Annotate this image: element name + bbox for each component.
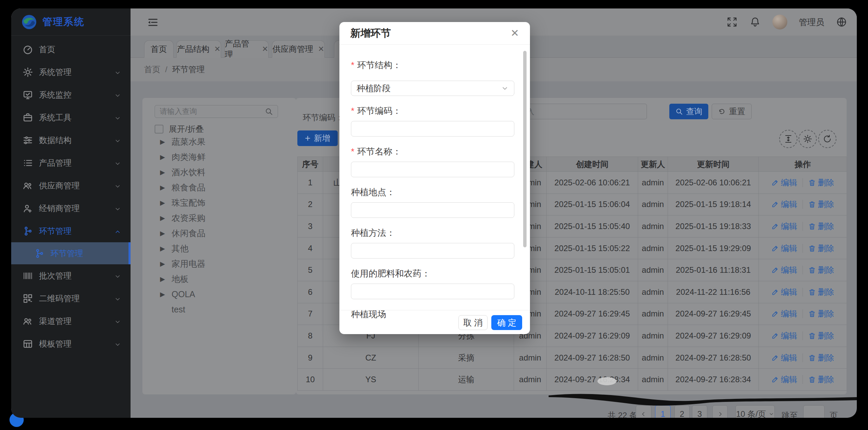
caret-right-icon[interactable]: ▶ [160,290,172,298]
caret-right-icon[interactable]: ▶ [160,153,172,161]
tree-item[interactable]: ▶珠宝配饰 [142,195,296,210]
sidebar-item-qrcode-mgmt[interactable]: 二维码管理 [11,287,131,310]
caret-right-icon[interactable]: ▶ [160,229,172,237]
gear-icon [803,134,812,144]
close-icon[interactable]: ✕ [318,45,324,53]
delete-link[interactable]: 删除 [808,265,834,275]
sidebar-item-data-structure[interactable]: 数据结构 [11,129,131,151]
delete-link[interactable]: 删除 [808,177,834,188]
edit-link[interactable]: 编辑 [771,265,797,275]
sidebar-item-system-mgmt[interactable]: 系统管理 [11,61,131,83]
refresh-button[interactable] [818,130,836,148]
tree-item[interactable]: ▶休闲食品 [142,226,296,241]
edit-link[interactable]: 编辑 [771,352,797,363]
stage-structure-select[interactable]: 种植阶段 [351,81,514,96]
delete-link[interactable]: 删除 [808,308,834,319]
reset-button[interactable]: 重置 [712,104,752,119]
sidebar-item-stage-mgmt[interactable]: 环节管理 [11,220,131,242]
sidebar-item-template-mgmt[interactable]: 模板管理 [11,332,131,355]
delete-link[interactable]: 删除 [808,287,834,298]
add-button[interactable]: + 新增 [297,130,338,146]
next-page-button[interactable] [712,405,728,418]
tab-product-structure[interactable]: 产品结构✕ [176,40,221,58]
planting-location-field[interactable] [351,202,514,218]
delete-link[interactable]: 删除 [808,199,834,210]
delete-link[interactable]: 删除 [808,374,834,385]
caret-right-icon[interactable]: ▶ [160,214,172,222]
delete-link[interactable]: 删除 [808,352,834,363]
col-header-actions: 操作 [759,157,847,172]
delete-link[interactable]: 删除 [808,330,834,341]
user-name[interactable]: 管理员 [799,17,824,28]
caret-right-icon[interactable]: ▶ [160,184,172,191]
sidebar-item-channel-mgmt[interactable]: 渠道管理 [11,310,131,332]
page-button-2[interactable]: 2 [674,405,690,418]
tree-item[interactable]: ▶蔬菜水果 [142,134,296,149]
confirm-button[interactable]: 确 定 [491,315,522,330]
fertilizer-field[interactable] [351,284,514,299]
sidebar-item-distributor-mgmt[interactable]: 经销商管理 [11,197,131,220]
delete-link[interactable]: 删除 [808,243,834,254]
delete-link[interactable]: 删除 [808,221,834,232]
avatar[interactable] [772,15,787,29]
stage-name-field[interactable] [351,162,514,177]
language-globe-icon[interactable] [836,16,847,28]
caret-right-icon[interactable]: ▶ [160,245,172,252]
search-button[interactable]: 查询 [669,104,708,119]
page-button-3[interactable]: 3 [692,405,707,418]
planting-method-field[interactable] [351,243,514,259]
tree-item[interactable]: ▶QOLA [142,287,296,302]
tree-item[interactable]: ▶酒水饮料 [142,165,296,180]
tree-search-input[interactable]: 请输入查询 [155,105,278,118]
expand-collapse-checkbox[interactable] [155,125,163,134]
edit-link[interactable]: 编辑 [771,308,797,319]
caret-right-icon[interactable]: ▶ [160,168,172,176]
tree-item[interactable]: ▶家用电器 [142,256,296,271]
edit-link[interactable]: 编辑 [771,199,797,210]
cancel-button[interactable]: 取 消 [458,315,488,330]
column-settings-button[interactable] [798,130,817,148]
breadcrumb-home[interactable]: 首页 [144,64,160,75]
modal-scrollbar[interactable] [523,51,527,247]
fullscreen-icon[interactable] [726,16,738,28]
page-button-1[interactable]: 1 [655,405,671,418]
cell-actions: 编辑删除 [759,194,847,216]
close-icon[interactable]: ✕ [214,45,220,53]
edit-link[interactable]: 编辑 [771,221,797,232]
caret-right-icon[interactable]: ▶ [160,138,172,146]
jump-page-input[interactable] [803,405,825,418]
edit-link[interactable]: 编辑 [771,330,797,341]
caret-right-icon[interactable]: ▶ [160,199,172,207]
trash-icon [808,354,816,362]
stage-code-field[interactable] [351,121,514,137]
tab-supplier-mgmt[interactable]: 供应商管理✕ [272,40,325,58]
tree-item[interactable]: ▶肉类海鲜 [142,149,296,165]
sidebar-item-supplier-mgmt[interactable]: 供应商管理 [11,174,131,197]
edit-link[interactable]: 编辑 [771,287,797,298]
page-size-select[interactable]: 10 条/页 [735,405,775,418]
edit-link[interactable]: 编辑 [771,374,797,385]
row-height-button[interactable] [779,130,797,148]
bell-icon[interactable] [749,16,761,28]
sidebar-item-product-mgmt[interactable]: 产品管理 [11,151,131,174]
sidebar-item-system-tools[interactable]: 系统工具 [11,106,131,129]
sidebar-subitem-stage-mgmt[interactable]: 环节管理 [11,242,131,264]
tree-item[interactable]: ▶农资采购 [142,210,296,226]
edit-link[interactable]: 编辑 [771,177,797,188]
sidebar-item-home[interactable]: 首页 [11,38,131,61]
tab-product-mgmt[interactable]: 产品管理✕ [224,40,269,58]
edit-link[interactable]: 编辑 [771,243,797,254]
close-icon[interactable]: ✕ [262,45,268,53]
caret-right-icon[interactable]: ▶ [160,260,172,268]
caret-right-icon[interactable]: ▶ [160,275,172,283]
close-icon[interactable]: ✕ [511,28,519,38]
sidebar-item-batch-mgmt[interactable]: 批次管理 [11,264,131,287]
prev-page-button[interactable] [636,405,651,418]
tab-home[interactable]: 首页 [144,40,174,58]
tree-item[interactable]: test [142,302,296,317]
tree-item[interactable]: ▶地板 [142,271,296,287]
tree-item[interactable]: ▶其他 [142,241,296,256]
sidebar-collapse-icon[interactable] [147,16,159,28]
tree-item[interactable]: ▶粮食食品 [142,180,296,195]
sidebar-item-system-monitor[interactable]: 系统监控 [11,83,131,106]
